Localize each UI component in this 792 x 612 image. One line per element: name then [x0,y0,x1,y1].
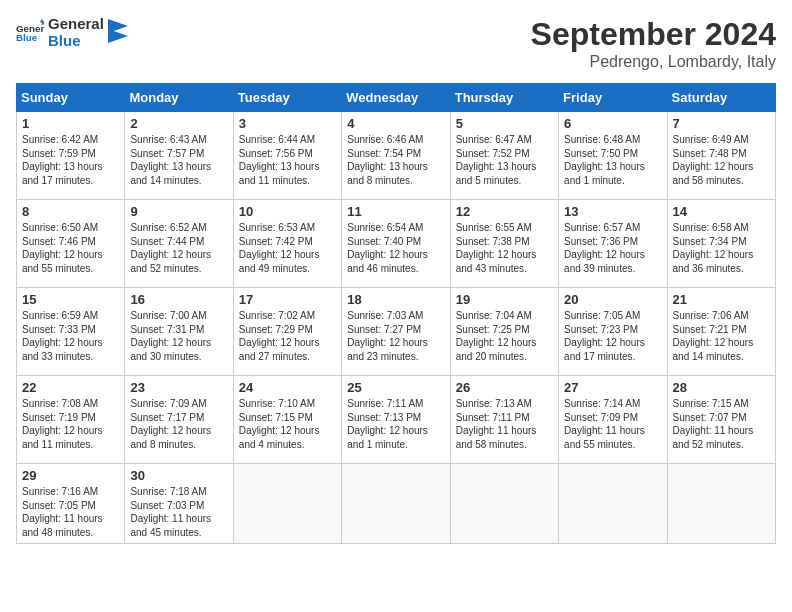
day-number: 3 [239,116,336,131]
calendar-cell: 20Sunrise: 7:05 AM Sunset: 7:23 PM Dayli… [559,288,667,376]
calendar-cell: 9Sunrise: 6:52 AM Sunset: 7:44 PM Daylig… [125,200,233,288]
calendar-cell: 6Sunrise: 6:48 AM Sunset: 7:50 PM Daylig… [559,112,667,200]
calendar-cell: 24Sunrise: 7:10 AM Sunset: 7:15 PM Dayli… [233,376,341,464]
cell-info: Sunrise: 7:06 AM Sunset: 7:21 PM Dayligh… [673,309,770,363]
logo: General Blue General Blue [16,16,128,49]
day-number: 6 [564,116,661,131]
logo-flag-icon [108,19,128,47]
calendar-cell: 19Sunrise: 7:04 AM Sunset: 7:25 PM Dayli… [450,288,558,376]
day-number: 14 [673,204,770,219]
calendar-cell: 14Sunrise: 6:58 AM Sunset: 7:34 PM Dayli… [667,200,775,288]
calendar-cell: 30Sunrise: 7:18 AM Sunset: 7:03 PM Dayli… [125,464,233,544]
calendar-cell: 17Sunrise: 7:02 AM Sunset: 7:29 PM Dayli… [233,288,341,376]
calendar-cell: 4Sunrise: 6:46 AM Sunset: 7:54 PM Daylig… [342,112,450,200]
cell-info: Sunrise: 7:15 AM Sunset: 7:07 PM Dayligh… [673,397,770,451]
page-header: General Blue General Blue September 2024… [16,16,776,71]
week-row-4: 22Sunrise: 7:08 AM Sunset: 7:19 PM Dayli… [17,376,776,464]
calendar-cell: 10Sunrise: 6:53 AM Sunset: 7:42 PM Dayli… [233,200,341,288]
calendar-cell: 16Sunrise: 7:00 AM Sunset: 7:31 PM Dayli… [125,288,233,376]
calendar-cell: 1Sunrise: 6:42 AM Sunset: 7:59 PM Daylig… [17,112,125,200]
day-number: 1 [22,116,119,131]
logo-icon: General Blue [16,19,44,47]
calendar-cell: 28Sunrise: 7:15 AM Sunset: 7:07 PM Dayli… [667,376,775,464]
day-number: 26 [456,380,553,395]
calendar-cell: 5Sunrise: 6:47 AM Sunset: 7:52 PM Daylig… [450,112,558,200]
cell-info: Sunrise: 6:46 AM Sunset: 7:54 PM Dayligh… [347,133,444,187]
cell-info: Sunrise: 6:50 AM Sunset: 7:46 PM Dayligh… [22,221,119,275]
cell-info: Sunrise: 7:04 AM Sunset: 7:25 PM Dayligh… [456,309,553,363]
col-header-monday: Monday [125,84,233,112]
calendar-cell [233,464,341,544]
calendar-cell: 27Sunrise: 7:14 AM Sunset: 7:09 PM Dayli… [559,376,667,464]
calendar-cell [667,464,775,544]
col-header-wednesday: Wednesday [342,84,450,112]
cell-info: Sunrise: 7:02 AM Sunset: 7:29 PM Dayligh… [239,309,336,363]
week-row-1: 1Sunrise: 6:42 AM Sunset: 7:59 PM Daylig… [17,112,776,200]
calendar-cell: 22Sunrise: 7:08 AM Sunset: 7:19 PM Dayli… [17,376,125,464]
cell-info: Sunrise: 7:18 AM Sunset: 7:03 PM Dayligh… [130,485,227,539]
day-number: 11 [347,204,444,219]
calendar-header-row: SundayMondayTuesdayWednesdayThursdayFrid… [17,84,776,112]
day-number: 18 [347,292,444,307]
col-header-saturday: Saturday [667,84,775,112]
col-header-thursday: Thursday [450,84,558,112]
day-number: 7 [673,116,770,131]
cell-info: Sunrise: 7:08 AM Sunset: 7:19 PM Dayligh… [22,397,119,451]
calendar-cell: 2Sunrise: 6:43 AM Sunset: 7:57 PM Daylig… [125,112,233,200]
week-row-5: 29Sunrise: 7:16 AM Sunset: 7:05 PM Dayli… [17,464,776,544]
calendar-cell: 29Sunrise: 7:16 AM Sunset: 7:05 PM Dayli… [17,464,125,544]
svg-marker-5 [108,29,128,43]
cell-info: Sunrise: 6:58 AM Sunset: 7:34 PM Dayligh… [673,221,770,275]
cell-info: Sunrise: 6:42 AM Sunset: 7:59 PM Dayligh… [22,133,119,187]
logo-blue: Blue [48,33,104,50]
day-number: 12 [456,204,553,219]
cell-info: Sunrise: 7:03 AM Sunset: 7:27 PM Dayligh… [347,309,444,363]
calendar-body: 1Sunrise: 6:42 AM Sunset: 7:59 PM Daylig… [17,112,776,544]
calendar-cell: 12Sunrise: 6:55 AM Sunset: 7:38 PM Dayli… [450,200,558,288]
month-title: September 2024 [531,16,776,53]
day-number: 13 [564,204,661,219]
day-number: 9 [130,204,227,219]
logo-general: General [48,16,104,33]
calendar-cell: 25Sunrise: 7:11 AM Sunset: 7:13 PM Dayli… [342,376,450,464]
cell-info: Sunrise: 6:59 AM Sunset: 7:33 PM Dayligh… [22,309,119,363]
cell-info: Sunrise: 7:14 AM Sunset: 7:09 PM Dayligh… [564,397,661,451]
day-number: 25 [347,380,444,395]
day-number: 19 [456,292,553,307]
day-number: 2 [130,116,227,131]
day-number: 29 [22,468,119,483]
col-header-tuesday: Tuesday [233,84,341,112]
col-header-sunday: Sunday [17,84,125,112]
cell-info: Sunrise: 6:49 AM Sunset: 7:48 PM Dayligh… [673,133,770,187]
calendar-cell: 15Sunrise: 6:59 AM Sunset: 7:33 PM Dayli… [17,288,125,376]
svg-text:Blue: Blue [16,32,38,43]
day-number: 17 [239,292,336,307]
day-number: 15 [22,292,119,307]
calendar-cell: 26Sunrise: 7:13 AM Sunset: 7:11 PM Dayli… [450,376,558,464]
cell-info: Sunrise: 6:57 AM Sunset: 7:36 PM Dayligh… [564,221,661,275]
calendar-cell [450,464,558,544]
calendar-cell: 18Sunrise: 7:03 AM Sunset: 7:27 PM Dayli… [342,288,450,376]
cell-info: Sunrise: 7:05 AM Sunset: 7:23 PM Dayligh… [564,309,661,363]
calendar-cell: 8Sunrise: 6:50 AM Sunset: 7:46 PM Daylig… [17,200,125,288]
calendar-cell: 23Sunrise: 7:09 AM Sunset: 7:17 PM Dayli… [125,376,233,464]
day-number: 24 [239,380,336,395]
day-number: 4 [347,116,444,131]
calendar-cell: 21Sunrise: 7:06 AM Sunset: 7:21 PM Dayli… [667,288,775,376]
cell-info: Sunrise: 7:13 AM Sunset: 7:11 PM Dayligh… [456,397,553,451]
calendar-cell: 13Sunrise: 6:57 AM Sunset: 7:36 PM Dayli… [559,200,667,288]
cell-info: Sunrise: 6:55 AM Sunset: 7:38 PM Dayligh… [456,221,553,275]
cell-info: Sunrise: 7:09 AM Sunset: 7:17 PM Dayligh… [130,397,227,451]
calendar-cell: 3Sunrise: 6:44 AM Sunset: 7:56 PM Daylig… [233,112,341,200]
title-block: September 2024 Pedrengo, Lombardy, Italy [531,16,776,71]
calendar-cell [342,464,450,544]
day-number: 28 [673,380,770,395]
calendar-cell: 11Sunrise: 6:54 AM Sunset: 7:40 PM Dayli… [342,200,450,288]
day-number: 8 [22,204,119,219]
day-number: 30 [130,468,227,483]
cell-info: Sunrise: 6:48 AM Sunset: 7:50 PM Dayligh… [564,133,661,187]
cell-info: Sunrise: 7:16 AM Sunset: 7:05 PM Dayligh… [22,485,119,539]
week-row-2: 8Sunrise: 6:50 AM Sunset: 7:46 PM Daylig… [17,200,776,288]
calendar-table: SundayMondayTuesdayWednesdayThursdayFrid… [16,83,776,544]
day-number: 27 [564,380,661,395]
